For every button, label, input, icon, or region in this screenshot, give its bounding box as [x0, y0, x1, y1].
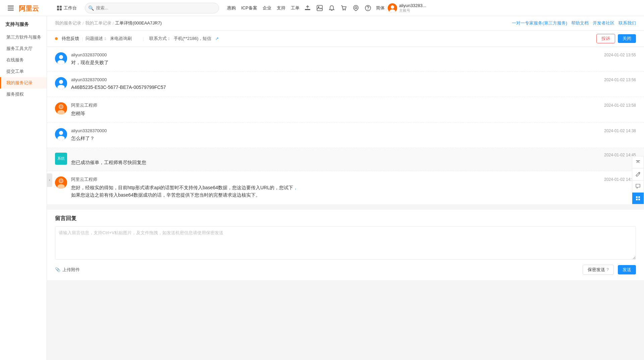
- professional-service-link[interactable]: 一对一专家服务(第三方服务): [512, 20, 567, 26]
- svg-rect-9: [317, 5, 322, 11]
- sidebar-item-third-party[interactable]: 第三方软件与服务: [0, 32, 47, 43]
- status-left: 待您反馈 | 问题描述： 来电咨询刷 | 联系方式： 手机(**2186)，短信…: [55, 36, 219, 42]
- close-ticket-button[interactable]: 关闭: [618, 34, 636, 43]
- message-body: aliyun3328370000 2024-01-02 14:38 怎么样了？: [71, 128, 636, 142]
- workbench-link[interactable]: 工作台: [57, 5, 77, 11]
- message-body: 阿里云工程师 2024-01-02 13:58 您稍等: [71, 102, 636, 117]
- message-time: 2024-01-02 14:45: [604, 153, 636, 157]
- status-right: 投诉 关闭: [596, 34, 636, 43]
- grid-button[interactable]: [632, 192, 644, 204]
- sidebar-item-submit-ticket[interactable]: 提交工单: [0, 66, 47, 77]
- svg-point-15: [368, 9, 368, 10]
- cart-icon[interactable]: [340, 4, 348, 12]
- message-content: 对，现在是失败了: [71, 59, 636, 66]
- main-content: 我的服务记录 / 我的工单记录 / 工单详情(000EAA7JR7) 一对一专家…: [47, 16, 644, 360]
- status-dot: [55, 37, 58, 40]
- contact-label: 联系方式：: [149, 36, 171, 42]
- user-role: 主账号: [399, 8, 426, 13]
- paperclip-icon: 📎: [55, 267, 60, 272]
- bell-icon[interactable]: [328, 4, 336, 12]
- sidebar-item-online-service[interactable]: 在线服务: [0, 54, 47, 66]
- nav-link-shopping[interactable]: 惠购: [227, 5, 236, 11]
- svg-point-35: [59, 179, 63, 183]
- contact-info: 手机(**2186)，短信: [174, 36, 212, 42]
- hamburger-button[interactable]: [5, 3, 16, 13]
- message-time: 2024-01-02 13:55: [604, 53, 636, 57]
- nav-link-support[interactable]: 支持: [277, 5, 285, 11]
- nav-icon-group: [304, 4, 372, 12]
- page-layout: 支持与服务 第三方软件与服务 服务工具大厅 在线服务 提交工单 我的服务记录 服…: [0, 16, 644, 360]
- message-link[interactable]: ，: [293, 185, 298, 190]
- nav-link-enterprise[interactable]: 企业: [263, 5, 271, 11]
- svg-point-17: [391, 5, 394, 9]
- comment-button[interactable]: [632, 180, 644, 192]
- message-row: aliyun3328370000 2024-01-02 13:56 A46B52…: [47, 72, 644, 97]
- edit-button[interactable]: [632, 168, 644, 180]
- message-row: 阿里云工程师 2024-01-02 14:50 您好，经核实的得知，目前http…: [47, 171, 644, 204]
- breadcrumb-actions: 一对一专家服务(第三方服务) 帮助文档 开发者社区 联系我们: [512, 20, 636, 26]
- problem-desc-label: 问题描述：: [86, 36, 107, 42]
- svg-rect-4: [57, 6, 59, 8]
- image-icon[interactable]: [316, 4, 324, 12]
- scroll-up-button[interactable]: [632, 156, 644, 168]
- message-header: aliyun3328370000 2024-01-02 14:38: [71, 128, 636, 133]
- svg-point-13: [355, 7, 357, 9]
- complain-button[interactable]: 投诉: [596, 34, 615, 43]
- sender-name: aliyun3328370000: [71, 128, 107, 133]
- reply-footer: 📎 上传附件 保密发送 ? 发送: [55, 265, 636, 275]
- contact-us-link[interactable]: 联系我们: [619, 20, 636, 26]
- sidebar-item-label: 提交工单: [6, 68, 24, 74]
- message-header: 阿里云工程师 2024-01-02 13:58: [71, 102, 636, 108]
- svg-rect-40: [638, 199, 640, 200]
- svg-rect-7: [60, 8, 62, 10]
- attach-label: 上传附件: [62, 267, 80, 273]
- svg-rect-2: [8, 10, 14, 10]
- breadcrumb-current: 工单详情(000EAA7JR7): [115, 20, 162, 26]
- sidebar-item-service-tools[interactable]: 服务工具大厅: [0, 43, 47, 54]
- avatar: [55, 128, 67, 140]
- user-name: aliyun33283...: [399, 3, 426, 8]
- help-icon[interactable]: [364, 4, 372, 12]
- location-icon[interactable]: [352, 4, 360, 12]
- simplify-link[interactable]: 简体: [376, 5, 385, 11]
- avatar: [55, 77, 67, 89]
- sidebar-item-label: 服务工具大厅: [6, 46, 33, 52]
- message-row: aliyun3328370000 2024-01-02 14:38 怎么样了？: [47, 123, 644, 148]
- upload-icon[interactable]: [304, 4, 312, 12]
- logo[interactable]: 阿里云: [19, 3, 49, 13]
- secret-send-help-icon[interactable]: ?: [606, 267, 609, 272]
- message-body: 阿里云工程师 2024-01-02 14:50 您好，经核实的得知，目前http…: [71, 176, 636, 199]
- search-input[interactable]: [85, 3, 219, 13]
- secret-send-button[interactable]: 保密发送 ?: [583, 265, 614, 275]
- breadcrumb-sep-1: /: [83, 21, 84, 26]
- ticket-status-text: 待您反馈: [62, 36, 79, 42]
- problem-desc: 来电咨询刷: [110, 36, 132, 42]
- message-content: 您已成功催单，工程师将尽快回复您: [71, 159, 636, 166]
- svg-point-11: [342, 9, 343, 10]
- reply-textarea[interactable]: [55, 226, 636, 260]
- sidebar-item-my-records[interactable]: 我的服务记录: [0, 77, 47, 89]
- user-menu[interactable]: aliyun33283... 主账号: [388, 3, 426, 13]
- message-content: 怎么样了？: [71, 135, 636, 142]
- svg-text:阿里云: 阿里云: [19, 5, 39, 12]
- sidebar-collapse-button[interactable]: ‹: [47, 173, 52, 187]
- breadcrumb-my-service[interactable]: 我的服务记录: [55, 20, 81, 26]
- sidebar-item-service-auth[interactable]: 服务授权: [0, 89, 47, 100]
- send-button[interactable]: 发送: [618, 265, 636, 274]
- attach-button[interactable]: 📎 上传附件: [55, 267, 80, 273]
- help-doc-link[interactable]: 帮助文档: [571, 20, 589, 26]
- breadcrumb-my-tickets[interactable]: 我的工单记录: [85, 20, 111, 26]
- developer-community-link[interactable]: 开发者社区: [593, 20, 614, 26]
- external-link-icon[interactable]: ↗: [215, 36, 219, 41]
- messages-list: aliyun3328370000 2024-01-02 13:55 对，现在是失…: [47, 47, 644, 204]
- svg-rect-6: [57, 8, 59, 10]
- nav-link-icp[interactable]: ICP备案: [241, 5, 257, 11]
- message-content: 您好，经核实的得知，目前http形式请求api的话暂时不支持传入base64数据…: [71, 184, 636, 199]
- message-header: aliyun3328370000 2024-01-02 13:56: [71, 77, 636, 82]
- svg-rect-38: [638, 196, 640, 198]
- float-buttons: [632, 156, 644, 204]
- nav-link-ticket[interactable]: 工单: [291, 5, 300, 11]
- message-time: 2024-01-02 14:38: [604, 128, 636, 133]
- sender-name: aliyun3328370000: [71, 52, 107, 57]
- svg-rect-37: [636, 196, 638, 198]
